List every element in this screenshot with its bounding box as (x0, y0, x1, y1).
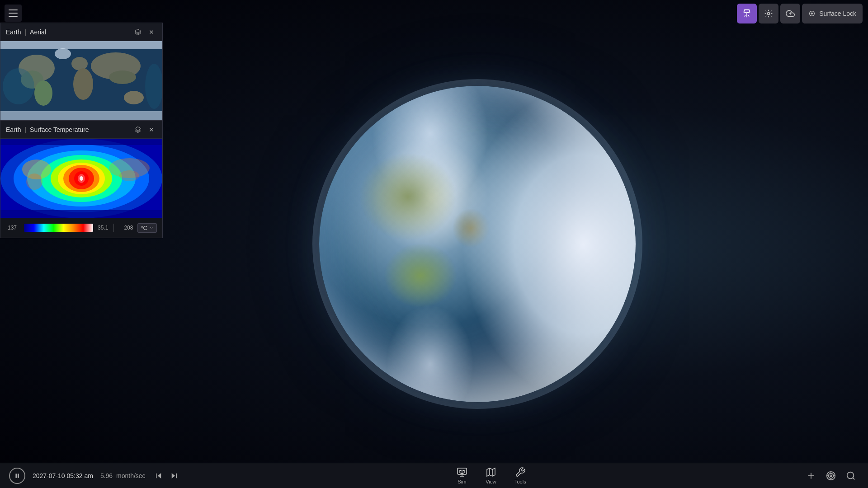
menu-button[interactable] (5, 5, 22, 22)
tools-label: Tools (514, 479, 526, 484)
tools-icon (515, 467, 526, 478)
svg-point-90 (3, 68, 34, 104)
temp-panel-title: Earth | Surface Temperature (6, 126, 89, 133)
temp-map-area (0, 139, 162, 218)
svg-point-128 (829, 473, 834, 478)
temp-separator: | (24, 126, 26, 133)
svg-rect-114 (18, 474, 19, 478)
temp-planet-name: Earth (6, 126, 21, 133)
panel-container: Earth | Aerial (0, 23, 163, 238)
svg-point-129 (830, 475, 832, 477)
layers-icon (134, 28, 142, 36)
top-toolbar: Surface Lock (731, 0, 868, 27)
svg-rect-111 (0, 139, 162, 145)
svg-point-69 (768, 13, 770, 15)
aerial-planet-name: Earth (6, 28, 21, 36)
target-button[interactable] (823, 468, 839, 484)
nav-section: Sim View Tools (189, 465, 794, 486)
menu-icon (9, 9, 18, 10)
plus-icon (806, 471, 816, 481)
colorbar-divider (113, 224, 114, 232)
svg-point-134 (847, 472, 854, 479)
earth-globe (319, 86, 636, 402)
bottom-toolbar: 2027-07-10 05:32 am 5.96 month/sec (0, 463, 868, 488)
flashlight-icon (742, 9, 751, 18)
svg-rect-113 (16, 474, 17, 478)
svg-rect-112 (0, 210, 162, 218)
aerial-map-svg (0, 41, 162, 120)
forward-icon (170, 472, 178, 480)
search-icon (846, 471, 856, 481)
colorbar-gradient (24, 224, 93, 232)
tools-nav-button[interactable]: Tools (511, 465, 530, 486)
lock-icon (808, 10, 816, 17)
chevron-down-icon (149, 225, 154, 230)
speed-display: 5.96 month/sec (100, 472, 146, 479)
aerial-map-area (0, 41, 162, 120)
aerial-panel: Earth | Aerial (0, 23, 163, 120)
svg-marker-115 (157, 473, 161, 479)
temp-colorbar: -137 35.1 208 °C (0, 218, 162, 238)
cloud-icon (786, 9, 795, 18)
surface-lock-label: Surface Lock (819, 10, 856, 17)
temp-panel-header: Earth | Surface Temperature (0, 121, 162, 139)
aerial-separator: | (24, 28, 26, 36)
search-button[interactable] (843, 468, 859, 484)
svg-line-135 (853, 478, 854, 479)
earth-globe-container[interactable] (319, 86, 636, 402)
temp-unit-label: °C (141, 225, 147, 231)
pause-button[interactable] (9, 468, 25, 484)
temp-layer-name: Surface Temperature (30, 126, 89, 133)
zoom-in-button[interactable] (803, 468, 819, 484)
svg-marker-92 (135, 127, 141, 131)
svg-marker-74 (135, 29, 141, 33)
view-nav-button[interactable]: View (482, 465, 500, 486)
forward-button[interactable] (168, 470, 180, 482)
playback-section: 2027-07-10 05:32 am 5.96 month/sec (0, 468, 189, 484)
cloud-button[interactable] (780, 4, 800, 23)
target-icon (826, 471, 836, 481)
svg-point-108 (26, 174, 42, 190)
svg-marker-117 (171, 473, 175, 479)
settings-icon (764, 9, 773, 18)
aerial-panel-controls (132, 27, 157, 38)
temp-min-value: -137 (6, 225, 19, 231)
aerial-layers-button[interactable] (132, 27, 143, 38)
svg-rect-79 (0, 111, 162, 120)
temp-panel-controls (132, 124, 157, 135)
temp-close-button[interactable] (146, 124, 157, 135)
sim-nav-button[interactable]: Sim (453, 465, 471, 486)
surface-temp-panel: Earth | Surface Temperature (0, 120, 163, 238)
settings-button[interactable] (759, 4, 778, 23)
temp-unit-dropdown[interactable]: °C (137, 223, 157, 233)
svg-marker-122 (487, 468, 495, 476)
menu-icon-line3 (9, 16, 18, 17)
sim-label: Sim (458, 479, 466, 484)
rewind-icon (155, 472, 163, 480)
svg-point-110 (119, 170, 139, 181)
aerial-panel-header: Earth | Aerial (0, 23, 162, 41)
datetime-display: 2027-07-10 05:32 am (33, 472, 93, 479)
sim-icon (457, 467, 467, 478)
aerial-panel-title: Earth | Aerial (6, 28, 46, 36)
aerial-close-button[interactable] (146, 27, 157, 38)
pause-icon (14, 473, 20, 479)
close-icon (148, 29, 155, 35)
menu-icon-line2 (9, 13, 18, 14)
aerial-layer-name: Aerial (30, 28, 46, 36)
temp-layers-button[interactable] (132, 124, 143, 135)
speed-value: 5.96 (100, 472, 113, 479)
seek-buttons (153, 470, 180, 482)
temp-map-svg (0, 139, 162, 218)
rewind-button[interactable] (153, 470, 165, 482)
flashlight-button[interactable] (737, 4, 757, 23)
temp-mid-value: 35.1 (98, 225, 108, 231)
speed-unit: month/sec (116, 472, 146, 479)
layers-icon-2 (134, 126, 142, 133)
surface-lock-button[interactable]: Surface Lock (802, 4, 863, 23)
temp-max-value: 208 (119, 225, 133, 231)
right-tools (794, 468, 868, 484)
svg-rect-78 (0, 41, 162, 49)
earth-clouds (462, 86, 636, 402)
close-icon-2 (148, 127, 155, 133)
